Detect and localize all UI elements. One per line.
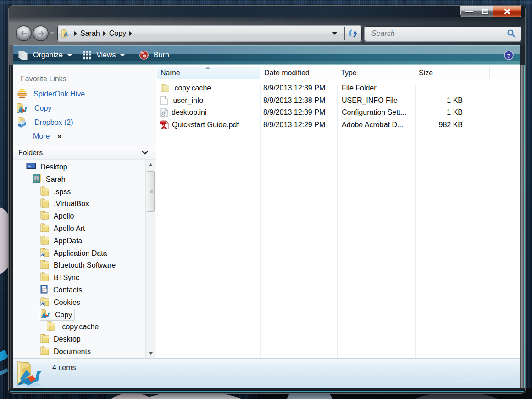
svg-text:?: ?	[507, 52, 510, 59]
